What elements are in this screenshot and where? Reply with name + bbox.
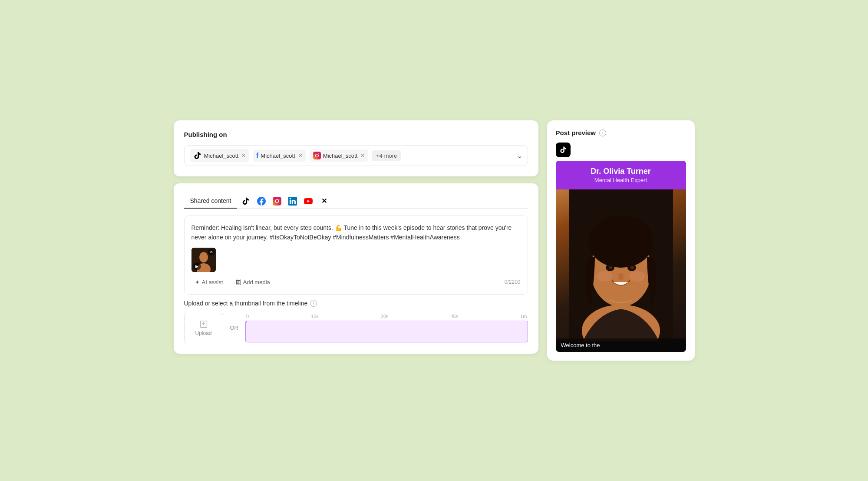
account-tag-facebook[interactable]: f Michael_scott ✕ [253,149,306,162]
publishing-card: Publishing on Michael_scott ✕ f Michael_… [174,120,538,176]
preview-card: Post preview i Dr. Olivia Turner Mental … [547,120,695,361]
play-icon: ▶ [193,262,201,270]
add-media-icon: 🖼 [235,279,241,285]
timeline-label-30s: 30s [381,314,389,319]
thumbnail-info-icon[interactable]: i [310,300,317,307]
svg-rect-0 [313,152,321,159]
thumbnail-row: Upload OR 0 15s 30s 45s 1m [184,313,528,343]
publishing-chevron[interactable]: ⌄ [517,152,522,160]
instagram-icon [313,152,321,159]
svg-rect-3 [273,197,281,206]
upload-label: Upload [195,330,211,336]
facebook-tab-icon [257,197,266,206]
account-tag-instagram[interactable]: Michael_scott ✕ [310,149,368,162]
preview-info-icon[interactable]: i [599,129,606,136]
timeline-label-15s: 15s [311,314,319,319]
add-media-button[interactable]: 🖼 Add media [232,277,274,287]
media-thumbnail: ▶ ✕ [191,248,216,272]
more-accounts-badge[interactable]: +4 more [372,150,401,161]
thumbnail-label: Upload or select a thumbnail from the ti… [184,300,528,307]
content-editor[interactable]: Reminder: Healing isn't linear, but ever… [184,216,528,295]
char-count: 0/2200 [505,279,521,285]
svg-point-7 [199,252,208,262]
preview-caption: Welcome to the [556,338,686,352]
tiktok-account-close[interactable]: ✕ [241,153,246,159]
upload-icon [199,320,208,328]
editor-footer: ✦ AI assist 🖼 Add media 0/2200 [191,277,521,287]
tab-youtube[interactable] [301,194,315,208]
svg-point-5 [279,199,280,199]
tab-shared-content[interactable]: Shared content [184,194,238,209]
timeline-container: 0 15s 30s 45s 1m [245,314,528,342]
ai-assist-icon: ✦ [195,279,200,285]
timeline-label-45s: 45s [450,314,458,319]
instagram-account-name: Michael_scott [323,153,357,159]
tab-linkedin[interactable] [286,194,300,208]
instagram-tab-icon [273,197,281,206]
tiktok-icon [193,151,202,160]
preview-title: Post preview [556,129,596,136]
tiktok-icon-row [556,143,686,157]
tiktok-tab-icon [241,197,250,206]
timeline-labels: 0 15s 30s 45s 1m [245,314,528,319]
x-tab-icon: ✕ [321,197,327,205]
publishing-row: Michael_scott ✕ f Michael_scott ✕ [184,145,528,166]
facebook-account-name: Michael_scott [261,153,295,159]
upload-box[interactable]: Upload [184,313,223,343]
tabs-row: Shared content [184,194,528,209]
linkedin-tab-icon [288,197,297,206]
person-illustration [569,189,673,342]
tab-facebook[interactable] [254,194,268,208]
preview-header: Post preview i [556,129,686,136]
ai-assist-button[interactable]: ✦ AI assist [191,277,227,287]
svg-point-15 [597,271,612,282]
timeline-label-1m: 1m [520,314,527,319]
preview-banner: Dr. Olivia Turner Mental Health Expert [556,161,686,189]
remove-media-button[interactable]: ✕ [208,249,215,255]
preview-person-name: Dr. Olivia Turner [563,167,679,176]
publishing-title: Publishing on [184,131,528,138]
tiktok-preview-icon [559,146,567,154]
tab-x[interactable]: ✕ [317,194,331,208]
tab-tiktok[interactable] [239,194,253,208]
account-tag-tiktok[interactable]: Michael_scott ✕ [190,149,249,162]
tiktok-preview-badge [556,143,571,157]
ai-assist-label: AI assist [202,279,223,285]
thumbnail-section: Upload or select a thumbnail from the ti… [184,300,528,343]
shared-content-card: Shared content [174,183,538,354]
tab-instagram[interactable] [270,194,284,208]
timeline-marker [245,321,248,324]
editor-text: Reminder: Healing isn't linear, but ever… [191,223,521,242]
preview-image-container: Dr. Olivia Turner Mental Health Expert [556,161,686,352]
timeline-track[interactable] [245,321,528,342]
instagram-account-close[interactable]: ✕ [360,153,365,159]
facebook-icon: f [256,152,258,159]
add-media-label: Add media [243,279,270,285]
or-text: OR [230,325,239,331]
left-panel: Publishing on Michael_scott ✕ f Michael_… [174,120,538,361]
preview-person-subtitle: Mental Health Expert [563,177,679,183]
tiktok-account-name: Michael_scott [204,153,238,159]
main-container: Publishing on Michael_scott ✕ f Michael_… [174,120,695,361]
right-panel: Post preview i Dr. Olivia Turner Mental … [547,120,695,361]
youtube-tab-icon [304,197,313,206]
svg-point-2 [318,153,319,154]
timeline-label-0: 0 [246,314,249,319]
svg-point-16 [630,271,645,282]
facebook-account-close[interactable]: ✕ [298,153,303,159]
preview-photo [556,189,686,342]
